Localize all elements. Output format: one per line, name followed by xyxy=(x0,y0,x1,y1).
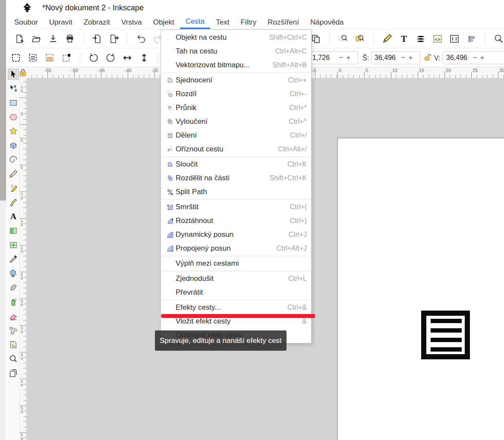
vruler-label: 55 xyxy=(21,433,26,440)
bezier-pen-tool-icon[interactable]: 2 xyxy=(8,182,19,194)
menubar-item-text[interactable]: Text xyxy=(210,16,235,29)
paint-bucket-tool-icon[interactable] xyxy=(8,268,19,279)
menu-item-4[interactable]: RozdílCtrl+- xyxy=(161,87,311,101)
menu-item-10[interactable]: Rozdělit na částiShift+Ctrl+K xyxy=(161,171,311,185)
menu-item-1[interactable]: Tah na cestuCtrl+Alt+C xyxy=(161,44,311,58)
x-coordinate-field[interactable]: − + xyxy=(309,51,358,64)
menu-item-11[interactable]: Split Path xyxy=(161,185,311,199)
align-distribute-icon[interactable] xyxy=(466,33,477,44)
commands-separator xyxy=(485,33,485,44)
height-input[interactable] xyxy=(443,54,471,62)
select-touch-icon[interactable] xyxy=(61,52,72,63)
document-new-icon[interactable] xyxy=(14,33,25,44)
zoom-tool-icon[interactable] xyxy=(8,353,19,365)
menu-item-2[interactable]: Vektorizovat bitmapu...Shift+Alt+B xyxy=(161,58,311,72)
menu-item-6[interactable]: VyloučeníCtrl+^ xyxy=(161,115,311,129)
selector-tool-icon[interactable] xyxy=(8,69,19,80)
export-icon[interactable] xyxy=(108,33,120,44)
dropper-tool-icon[interactable] xyxy=(8,254,19,265)
find-replace-icon[interactable] xyxy=(493,33,504,44)
x-coordinate-input[interactable] xyxy=(309,54,337,62)
x-decrement-button[interactable]: − xyxy=(337,53,345,62)
measure-tool-icon[interactable] xyxy=(8,339,19,350)
width-increment-button[interactable]: + xyxy=(407,53,414,62)
menu-item-8[interactable]: Oříznout cestuCtrl+Alt+/ xyxy=(161,142,311,156)
menu-item-3[interactable]: SjednoceníCtrl++ xyxy=(161,73,311,87)
menu-item-13[interactable]: RoztáhnoutCtrl+) xyxy=(161,214,311,228)
spiral-tool-icon[interactable] xyxy=(8,154,19,165)
zoom-drawing-icon[interactable] xyxy=(354,33,365,44)
menu-item-17[interactable]: ZjednodušitCtrl+L xyxy=(161,272,311,286)
select-all-icon[interactable] xyxy=(10,52,22,63)
menu-item-18[interactable]: Převrátit xyxy=(161,286,311,299)
select-all-layers-icon[interactable] xyxy=(27,52,38,63)
menu-item-12[interactable]: SmrštitCtrl+( xyxy=(161,200,311,214)
menu-item-7[interactable]: DěleníCtrl+/ xyxy=(161,129,311,142)
menubar-item-upravit[interactable]: Upravit xyxy=(44,16,78,29)
height-increment-button[interactable]: + xyxy=(479,53,486,62)
menubar-item-rozšíření[interactable]: Rozšíření xyxy=(262,16,305,29)
vertical-ruler[interactable]: 1050510152025303540455055 xyxy=(20,79,27,440)
folder-open-icon[interactable] xyxy=(31,33,42,44)
calligraphy-tool-icon[interactable] xyxy=(8,197,19,208)
menu-item-5[interactable]: PrůnikCtrl+* xyxy=(161,101,311,115)
drawn-list-glyph-object[interactable] xyxy=(421,311,470,359)
deselect-icon[interactable] xyxy=(44,52,55,63)
mesh-gradient-tool-icon[interactable] xyxy=(8,239,19,251)
width-input[interactable] xyxy=(372,54,400,62)
menu-item-9[interactable]: SloučitCtrl+K xyxy=(161,157,311,171)
flip-horizontal-icon[interactable] xyxy=(122,52,133,63)
star-tool-icon[interactable] xyxy=(8,126,19,137)
pencil-tool-icon[interactable] xyxy=(8,168,19,179)
tweak-tool-icon[interactable] xyxy=(8,282,19,293)
layers-icon[interactable] xyxy=(415,33,426,44)
lock-guides-icon[interactable] xyxy=(18,68,28,79)
print-icon[interactable] xyxy=(64,33,76,44)
menubar-item-soubor[interactable]: Soubor xyxy=(9,16,44,29)
save-icon[interactable] xyxy=(47,33,59,44)
duplicate-icon[interactable] xyxy=(310,33,321,44)
menu-item-16[interactable]: Výplň mezi cestami xyxy=(161,257,311,270)
menubar-item-filtry[interactable]: Filtry xyxy=(235,16,262,29)
rotate-ccw-icon[interactable] xyxy=(88,52,99,63)
menubar-item-nápověda[interactable]: Nápověda xyxy=(305,16,350,29)
ellipse-tool-icon[interactable] xyxy=(8,111,19,123)
menubar-item-cesta[interactable]: Cesta xyxy=(180,16,210,29)
height-decrement-button[interactable]: − xyxy=(471,53,479,62)
menu-item-14[interactable]: Dynamický posunCtrl+J xyxy=(161,228,311,242)
spray-tool-icon[interactable] xyxy=(8,296,19,308)
menubar-item-objekt[interactable]: Objekt xyxy=(148,16,180,29)
menu-item-15[interactable]: Propojený posunCtrl+Alt+J xyxy=(161,242,311,255)
tool-controls-separator xyxy=(80,52,80,63)
gradient-tool-icon[interactable] xyxy=(8,225,19,236)
width-decrement-button[interactable]: − xyxy=(400,53,407,62)
menu-item-icon-empty xyxy=(166,34,176,41)
eraser-tool-icon[interactable] xyxy=(8,311,19,322)
menubar-item-vrstva[interactable]: Vrstva xyxy=(116,16,148,29)
menu-item-0[interactable]: Objekt na cestuShift+Ctrl+C xyxy=(161,31,311,44)
menubar-item-zobrazit[interactable]: Zobrazit xyxy=(78,16,116,29)
document-page[interactable] xyxy=(337,138,504,440)
text-dialog-icon[interactable]: T xyxy=(398,33,410,44)
undo-icon[interactable] xyxy=(135,33,147,44)
menu-item-19[interactable]: Efekty cesty...Ctrl+& xyxy=(161,301,311,314)
width-field[interactable]: − + xyxy=(371,51,420,64)
flip-vertical-icon[interactable] xyxy=(139,52,150,63)
zoom-selection-icon[interactable] xyxy=(337,33,349,44)
pages-tool-icon[interactable] xyxy=(8,368,19,379)
hruler-label: -45 xyxy=(98,68,105,73)
node-editor-tool-icon[interactable] xyxy=(8,83,19,94)
import-icon[interactable] xyxy=(91,33,103,44)
hruler-label: -40 xyxy=(125,68,132,73)
rectangle-tool-icon[interactable] xyxy=(8,97,19,108)
text-tool-icon[interactable]: A xyxy=(8,211,19,222)
height-field[interactable]: − + xyxy=(443,51,504,64)
fill-stroke-icon[interactable] xyxy=(381,33,393,44)
document-properties-icon[interactable] xyxy=(449,33,460,44)
box-3d-tool-icon[interactable] xyxy=(8,140,19,151)
rotate-cw-icon[interactable] xyxy=(105,52,116,63)
x-increment-button[interactable]: + xyxy=(345,53,352,62)
connector-tool-icon[interactable] xyxy=(8,325,19,336)
lock-ratio-icon[interactable] xyxy=(423,53,432,64)
xml-editor-icon[interactable]: <> xyxy=(432,33,443,44)
